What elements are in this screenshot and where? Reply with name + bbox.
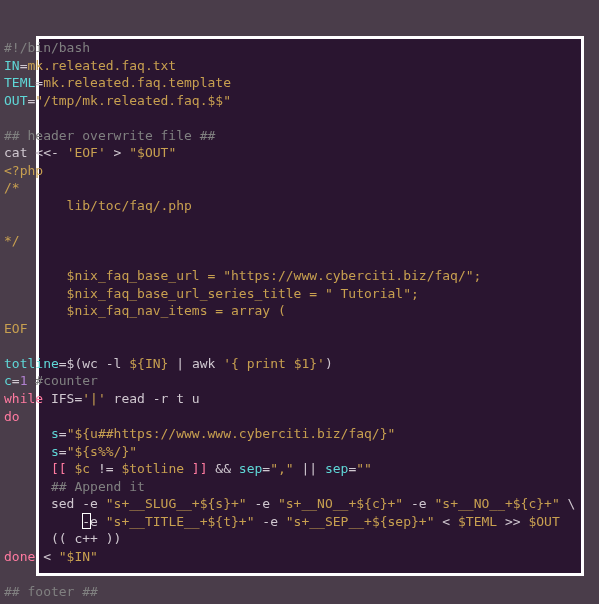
heredoc-line: $nix_faq_base_url_series_title = " Tutor… <box>4 286 419 301</box>
flag-e: -e <box>247 496 278 511</box>
eof-marker: EOF <box>4 321 27 336</box>
read-flags: -r t u <box>145 391 200 406</box>
out-ref: $OUT <box>528 514 559 529</box>
out-ref: "$OUT" <box>129 145 176 160</box>
eq: = <box>59 426 67 441</box>
in-ref: "$IN" <box>59 549 98 564</box>
var-teml: TEML <box>4 75 35 90</box>
heredoc-line: <?php <box>4 163 43 178</box>
flag: -l <box>98 356 129 371</box>
sed-expr: "s+__SLUG__+${s}+" <box>106 496 247 511</box>
or: || <box>294 461 325 476</box>
eq: = <box>35 75 43 90</box>
in-ref: ${IN} <box>129 356 168 371</box>
var-sep: sep <box>325 461 348 476</box>
close-paren: ) <box>325 356 333 371</box>
comment: ## footer ## <box>4 584 98 599</box>
heredoc-line: /* <box>4 180 20 195</box>
c-ref: $c <box>74 461 90 476</box>
comment: ## header overwrite file ## <box>4 128 215 143</box>
cmd-sed: sed <box>51 496 74 511</box>
var-c: c <box>4 373 12 388</box>
flag-e: -e <box>403 496 434 511</box>
arith: (( c++ )) <box>51 531 121 546</box>
comment: #counter <box>27 373 97 388</box>
heredoc-line: lib/toc/faq/.php <box>4 198 192 213</box>
ifs-val: '|' <box>82 391 105 406</box>
flag-e: -e <box>82 514 105 529</box>
pad <box>4 531 51 546</box>
str: "${s%%/}" <box>67 444 137 459</box>
var-totline: totline <box>4 356 59 371</box>
line-cont: \ <box>560 496 576 511</box>
test-open: [[ <box>51 461 74 476</box>
redir-in: < <box>435 514 458 529</box>
totline-ref: $totline <box>121 461 184 476</box>
teml-ref: $TEML <box>458 514 497 529</box>
sed-expr: "s+__TITLE__+${t}+" <box>106 514 255 529</box>
str: mk.releated.faq.template <box>43 75 231 90</box>
var-s: s <box>51 444 59 459</box>
pad <box>4 514 82 529</box>
pad <box>4 496 51 511</box>
assign: =$( <box>59 356 82 371</box>
pad <box>4 461 51 476</box>
eq: = <box>59 444 67 459</box>
test-close: ]] <box>184 461 207 476</box>
kw-done: done <box>4 549 35 564</box>
flag-e: -e <box>74 496 105 511</box>
code-content: #!/bin/bash IN=mk.releated.faq.txt TEML=… <box>4 39 599 604</box>
and: && <box>208 461 239 476</box>
heredoc-line: $nix_faq_base_url = "https://www.cyberci… <box>4 268 481 283</box>
flag-e: -e <box>254 514 285 529</box>
eof-marker: 'EOF' <box>67 145 106 160</box>
pad <box>4 444 51 459</box>
ifs-assign: IFS= <box>43 391 82 406</box>
kw-do: do <box>4 409 20 424</box>
var-in: IN <box>4 58 20 73</box>
comment: ## Append it <box>51 479 145 494</box>
str: "${u##https://www.www.cyberciti.biz/faq/… <box>67 426 396 441</box>
eq: = <box>262 461 270 476</box>
var-s: s <box>51 426 59 441</box>
redir: > <box>106 145 129 160</box>
sed-expr: "s+__NO__+${c}+" <box>278 496 403 511</box>
kw-while: while <box>4 391 43 406</box>
sed-expr: "s+__NO__+${c}+" <box>435 496 560 511</box>
ne: != <box>90 461 121 476</box>
var-sep: sep <box>239 461 262 476</box>
pipe: | <box>168 356 191 371</box>
sed-expr: "s+__SEP__+${sep}+" <box>286 514 435 529</box>
pad <box>4 426 51 441</box>
redir-in: < <box>35 549 58 564</box>
redir-out: >> <box>497 514 528 529</box>
heredoc-line: $nix_faq_nav_items = array ( <box>4 303 286 318</box>
code-editor[interactable]: #!/bin/bash IN=mk.releated.faq.txt TEML=… <box>0 0 599 604</box>
cmd-wc: wc <box>82 356 98 371</box>
str: "" <box>356 461 372 476</box>
cmd-cat: cat <box>4 145 27 160</box>
str: "," <box>270 461 293 476</box>
heredoc-op: <<- <box>27 145 66 160</box>
cmd-awk: awk <box>192 356 215 371</box>
awk-prog: '{ print $1}' <box>215 356 325 371</box>
str: "/tmp/mk.releated.faq.$$" <box>35 93 231 108</box>
var-out: OUT <box>4 93 27 108</box>
heredoc-line: */ <box>4 233 20 248</box>
cmd-read: read <box>106 391 145 406</box>
shebang: #!/bin/bash <box>4 40 90 55</box>
str: mk.releated.faq.txt <box>27 58 176 73</box>
pad <box>4 479 51 494</box>
eq: = <box>12 373 20 388</box>
